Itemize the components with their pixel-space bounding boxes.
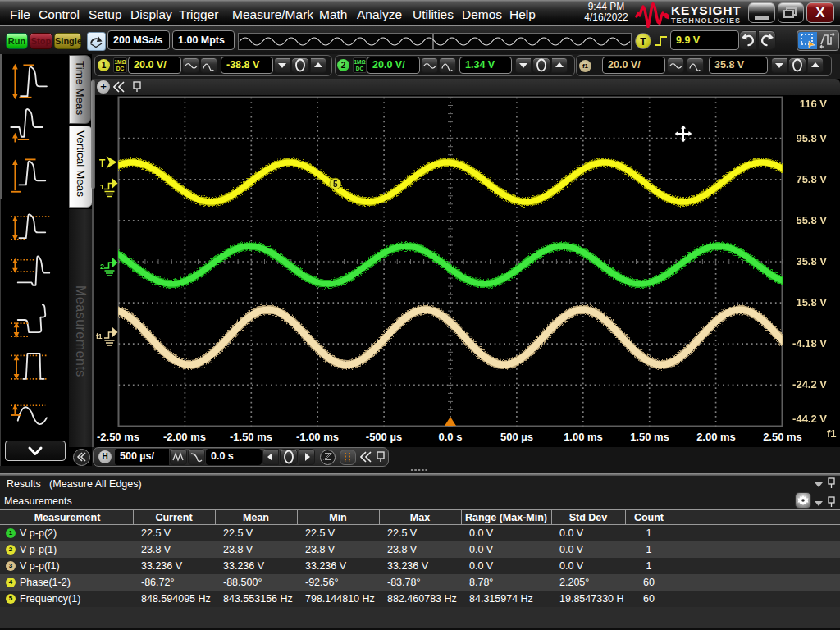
svg-text:5: 5 bbox=[333, 180, 338, 189]
svg-text:T: T bbox=[99, 158, 106, 169]
svg-text:f1: f1 bbox=[96, 332, 103, 340]
svg-text:1: 1 bbox=[100, 183, 104, 191]
svg-text:2: 2 bbox=[100, 262, 104, 271]
